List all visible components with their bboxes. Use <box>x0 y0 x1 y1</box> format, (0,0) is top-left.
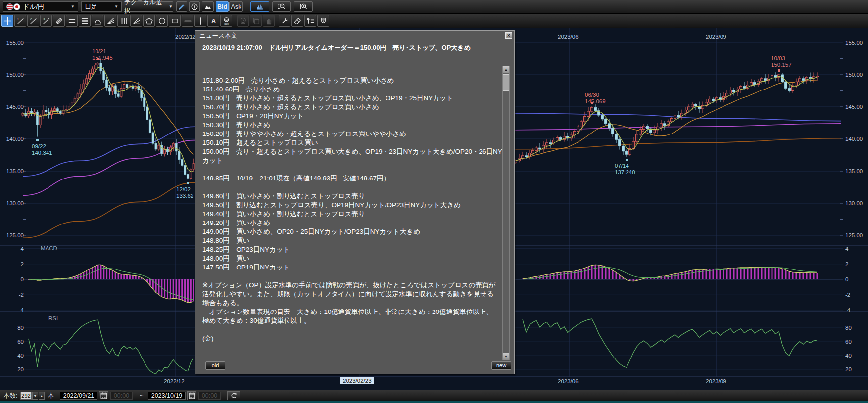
time-from-input: 00:00 <box>110 392 133 400</box>
news-body-line: 150.50円 OP19・20日NYカット <box>202 112 497 121</box>
news-headline: 2023/10/19 21:07:00 ドル円リアルタイムオーダー＝150.00… <box>202 44 499 52</box>
news-body-line <box>202 272 497 281</box>
chevron-down-icon: ▼ <box>71 4 75 9</box>
tool-vertical-line-button[interactable] <box>194 15 206 27</box>
bar-count-label: 本数: <box>3 392 17 400</box>
technical-select-button[interactable]: テクニカル選択 ▼ <box>124 1 173 12</box>
time-to-input: 00:00 <box>198 392 221 400</box>
scroll-up-icon[interactable]: ▲ <box>503 66 509 73</box>
count-spin-up-icon[interactable]: ▲ <box>39 392 45 400</box>
news-body-line: 148.80円 買い <box>202 236 497 245</box>
period-select[interactable]: 日足 ▼ <box>81 1 122 12</box>
reset-range-button[interactable] <box>227 391 240 400</box>
bottom-strip <box>0 401 868 403</box>
svg-text:1: 1 <box>17 17 19 21</box>
news-body-line <box>202 165 497 174</box>
ask-button[interactable]: Ask <box>229 1 243 12</box>
news-body-line: オプション数量表現の目安 大きめ：10億通貨単位以上、非常に大きめ：20億通貨単… <box>202 308 497 316</box>
dialog-scrollbar[interactable]: ▲ ▼ <box>502 66 510 360</box>
info-icon <box>191 3 198 11</box>
tool-hand-button[interactable] <box>263 15 275 27</box>
date-from-input[interactable]: 2022/09/21 <box>60 392 97 400</box>
bid-button[interactable]: Bid <box>216 1 229 12</box>
tool-magnet-button[interactable] <box>317 15 329 27</box>
tick-chart-icon <box>256 3 264 11</box>
main-toolbar: ドル/円 ▼ 日足 ▼ テクニカル選択 ▼ Bid Ask <box>0 0 868 14</box>
tool-copy-button[interactable] <box>250 15 262 27</box>
tool-horizontal-line-button[interactable] <box>182 15 193 27</box>
draw-pencil-button[interactable] <box>176 1 187 12</box>
calendar-to-button[interactable] <box>187 391 196 400</box>
tool-horizontal-lines-button[interactable] <box>79 15 91 27</box>
scrollbar-thumb[interactable] <box>503 74 509 91</box>
us-flag-icon <box>6 3 13 10</box>
technical-select-label: テクニカル選択 <box>124 0 167 15</box>
tool-fibonacci-arc-button[interactable] <box>92 15 103 27</box>
news-body-line: 極めて大きめ：30億通貨単位以上。 <box>202 316 497 325</box>
tool-trendline-3-button[interactable]: 3 <box>40 15 52 27</box>
tool-wrench-button[interactable] <box>279 15 290 27</box>
tool-trendline-2-button[interactable]: 2 <box>27 15 39 27</box>
chart-style-button[interactable] <box>202 1 214 12</box>
zoom-out-vertical-button[interactable] <box>272 1 291 12</box>
tool-eraser-button[interactable] <box>291 15 303 27</box>
japan-flag-icon <box>13 3 20 10</box>
news-body-line: 150.70円 売り小さめ・超えるとストップロス買い小さめ <box>202 103 497 112</box>
zoom-in-icon <box>299 3 307 11</box>
trading-app-window: ドル/円 ▼ 日足 ▼ テクニカル選択 ▼ Bid Ask 123Aicon 1… <box>0 0 868 403</box>
tool-vertical-lines-button[interactable] <box>117 15 129 27</box>
date-to-input[interactable]: 2023/10/19 <box>148 392 186 400</box>
ask-label: Ask <box>231 3 241 10</box>
tool-rectangle-button[interactable] <box>169 15 181 27</box>
news-body-line: カット <box>202 156 497 165</box>
calendar-icon <box>100 392 108 400</box>
tool-text-button[interactable]: A <box>207 15 219 27</box>
news-body-line: 151.00円 売り小さめ・超えるとストップロス買い小さめ、OP19・25日NY… <box>202 94 497 103</box>
news-body-line: 活発化しやすい。また、期限（カットオフタイム）に向けて設定水準に収れんする動きを… <box>202 290 497 299</box>
tool-fan-lines-button[interactable] <box>104 15 116 27</box>
tool-trendline-1-button[interactable]: 1 <box>14 15 26 27</box>
new-news-button[interactable]: new <box>491 361 511 370</box>
news-body-line: 148.00円 買い <box>202 254 497 263</box>
tool-crosshair-button[interactable] <box>1 15 13 27</box>
news-body-line: 149.50円 割り込むとストップロス売り、OP19日NYカット/OP23日NY… <box>202 201 497 210</box>
currency-pair-select[interactable]: ドル/円 ▼ <box>3 1 78 12</box>
news-body-line: 150.00円 売り・超えるとストップロス買い大きめ、OP19・23日NYカット… <box>202 147 497 156</box>
tool-parallel-lines-button[interactable] <box>66 15 78 27</box>
bid-label: Bid <box>217 3 227 10</box>
tool-settings-list-button[interactable] <box>304 15 316 27</box>
svg-text:icon: icon <box>224 22 229 25</box>
bar-count-input[interactable]: 292 <box>20 392 32 400</box>
tool-history-button[interactable] <box>237 15 249 27</box>
news-body-line: 149.85円 10/19 21:01現在（高値149.93円 - 安値149.… <box>202 174 497 183</box>
calendar-icon <box>188 392 196 400</box>
news-body-line: 147.50円 OP19日NYカット <box>202 263 497 272</box>
tool-ruler-button[interactable] <box>53 15 65 27</box>
tool-angle-lines-button[interactable] <box>130 15 142 27</box>
news-body-line: (金) <box>202 334 497 343</box>
news-body-line: 149.40円 買い小さめ・割り込むとストップロス売り <box>202 210 497 219</box>
news-dialog: ニュース本文 × 2023/10/19 21:07:00 ドル円リアルタイムオー… <box>195 30 515 374</box>
info-button[interactable] <box>189 1 200 12</box>
mountain-icon <box>204 3 212 11</box>
news-body-line: 場合もある。 <box>202 299 497 308</box>
close-icon[interactable]: × <box>505 32 512 39</box>
news-body-line: 149.60円 買い小さめ・割り込むとストップロス売り <box>202 192 497 201</box>
news-body-line: 151.80-2.00円 売り小さめ・超えるとストップロス買い小さめ <box>202 76 497 85</box>
old-news-button[interactable]: old <box>205 361 225 370</box>
news-body-line: 151.40-60円 売り小さめ <box>202 85 497 94</box>
zoom-in-vertical-button[interactable] <box>294 1 313 12</box>
count-spin-down-icon[interactable]: ▼ <box>32 392 38 400</box>
tool-ellipse-button[interactable] <box>156 15 168 27</box>
news-body-line: ※オプション（OP）設定水準の手前では防戦の売買が、抜けたところではストップロス… <box>202 281 497 290</box>
news-body-line: 149.00円 買い小さめ、OP20・25日NYカット/OP23日NYカット大き… <box>202 227 497 236</box>
tool-pentagon-button[interactable] <box>143 15 155 27</box>
status-bar: 本数: 292 ▼ ▲ 本 2022/09/21 00:00 ~ 2023/10… <box>0 390 868 401</box>
tick-chart-button[interactable] <box>250 1 269 12</box>
news-body-line: 150.10円 超えるとストップロス買い <box>202 138 497 147</box>
tool-icon-stamp-button[interactable]: icon <box>220 15 232 27</box>
scroll-down-icon[interactable]: ▼ <box>503 353 509 360</box>
currency-pair-label: ドル/円 <box>23 2 44 11</box>
calendar-from-button[interactable] <box>99 391 108 400</box>
bar-unit-label: 本 <box>48 392 54 400</box>
